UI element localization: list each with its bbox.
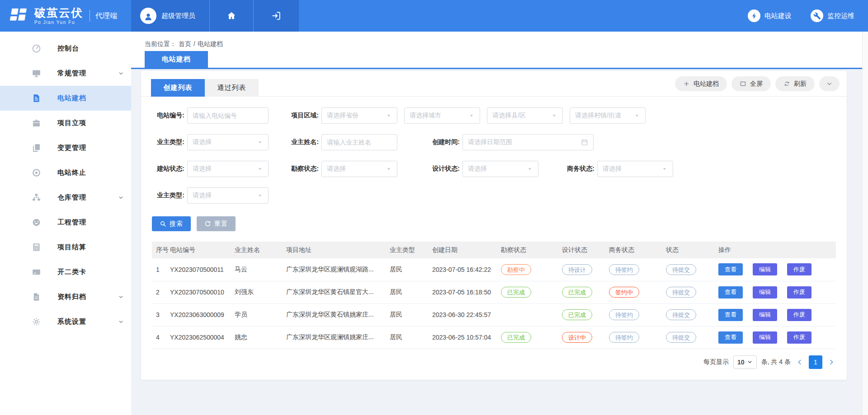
survey-status-select[interactable]: 请选择 — [321, 161, 397, 177]
sidebar-item-project-initiation[interactable]: 项目立项 — [0, 111, 131, 135]
page-tab[interactable]: 电站建档 — [145, 51, 208, 68]
sidebar-item-label: 项目立项 — [57, 119, 86, 127]
user-strip: 超级管理员 — [131, 0, 299, 32]
column-header: 业主类型 — [390, 242, 432, 258]
tab-passed-list[interactable]: 通过列表 — [205, 79, 259, 97]
prev-page-button[interactable] — [795, 358, 804, 367]
street-select[interactable]: 请选择村镇/街道 — [570, 107, 646, 124]
design-status-select[interactable]: 请选择 — [462, 161, 538, 177]
user-name: 超级管理员 — [161, 12, 195, 20]
owner-type2-select[interactable]: 请选择 — [187, 187, 269, 204]
column-header: 商务状态 — [609, 242, 666, 258]
district-select[interactable]: 请选择县/区 — [487, 107, 563, 124]
tab-create-list[interactable]: 创建列表 — [151, 79, 205, 97]
column-header: 序号 — [152, 242, 170, 258]
filter-field-design-status: 设计状态:请选择 — [427, 161, 538, 177]
select-placeholder: 请选择城市 — [410, 112, 441, 120]
sidebar-item-project-settlement[interactable]: 项目结算 — [0, 235, 131, 260]
owner-type-select[interactable]: 请选择 — [187, 134, 269, 150]
logout-button[interactable] — [253, 0, 299, 32]
card-icon — [32, 267, 41, 277]
edit-button[interactable]: 编辑 — [753, 286, 777, 298]
business-status-badge: 待签约 — [609, 332, 639, 343]
province-select[interactable]: 请选择省份 — [321, 107, 397, 124]
page-header: 当前位置：首页/电站建档 电站建档 — [131, 32, 868, 69]
current-page-button[interactable]: 1 — [809, 355, 822, 369]
station-construction-link[interactable]: 电站建设 — [748, 9, 792, 22]
filter-field-province: 项目区域:请选择省份 — [286, 107, 397, 124]
sidebar-item-warehouse-mgmt[interactable]: 仓库管理 — [0, 185, 131, 210]
filter-field-owner-type2: 业主类型:请选择 — [152, 187, 269, 204]
filter-label: 业主类型: — [152, 138, 184, 146]
monitoring-ops-link[interactable]: 监控运维 — [811, 9, 854, 22]
edit-button[interactable]: 编辑 — [753, 309, 777, 321]
city-select[interactable]: 请选择城市 — [404, 107, 480, 124]
owner-name-input[interactable] — [321, 134, 397, 150]
select-placeholder: 请选择 — [468, 165, 487, 173]
view-button[interactable]: 查看 — [718, 309, 743, 321]
column-header: 勘察状态 — [501, 242, 562, 258]
filter-row: 业主类型:请选择 — [152, 187, 836, 204]
home-button[interactable] — [209, 0, 253, 32]
cell-owner-name: 马云 — [235, 258, 286, 281]
cell-station-no: YX2023070500011 — [170, 258, 235, 281]
reset-button[interactable]: 重置 — [197, 216, 236, 231]
sidebar-item-second-class-card[interactable]: 开二类卡 — [0, 260, 131, 284]
refresh-button[interactable]: 刷新 — [775, 76, 815, 91]
business-status-select[interactable]: 请选择 — [597, 161, 673, 177]
cell-seq: 4 — [152, 326, 170, 349]
filter-field-station-no: 电站编号: — [152, 107, 269, 124]
scrollbar[interactable] — [862, 32, 868, 415]
select-placeholder: 请选择省份 — [327, 112, 359, 120]
sidebar-item-general-mgmt[interactable]: 常规管理 — [0, 61, 131, 86]
more-button[interactable] — [819, 76, 840, 91]
sidebar-item-console[interactable]: 控制台 — [0, 36, 131, 61]
pagination: 每页显示 10 条, 共 4 条 1 — [152, 355, 836, 379]
filter-field-created-time: 创建时间:请选择日期范围 — [427, 134, 594, 150]
created-time-date-input[interactable]: 请选择日期范围 — [462, 134, 594, 150]
calculator-icon — [32, 242, 41, 252]
build-status-select[interactable]: 请选择 — [187, 161, 269, 177]
view-button[interactable]: 查看 — [718, 263, 743, 275]
sidebar-item-label: 开二类卡 — [57, 268, 86, 276]
cell-owner-type: 居民 — [390, 258, 432, 281]
filter-row: 业主类型:请选择业主姓名:创建时间:请选择日期范围 — [152, 134, 836, 150]
caret-down-icon — [468, 112, 475, 119]
cell-owner-name: 学员 — [235, 303, 286, 326]
app-logo: 破茧云伏 Po Jian Yun Fu 代理端 — [0, 0, 131, 32]
sidebar-item-data-archive[interactable]: 资料归档 — [0, 284, 131, 309]
edit-button[interactable]: 编辑 — [753, 331, 777, 344]
void-button[interactable]: 作废 — [787, 309, 811, 321]
fullscreen-button[interactable]: 全屏 — [731, 76, 771, 91]
view-button[interactable]: 查看 — [718, 286, 743, 298]
sidebar-item-engineering-mgmt[interactable]: 工程管理 — [0, 210, 131, 235]
per-page-select[interactable]: 10 — [733, 355, 757, 369]
next-page-button[interactable] — [827, 358, 836, 367]
submit-status-badge: 待提交 — [666, 332, 696, 343]
sidebar-item-change-mgmt[interactable]: 变更管理 — [0, 135, 131, 160]
view-button[interactable]: 查看 — [718, 331, 743, 344]
sidebar-item-system-settings[interactable]: 系统设置 — [0, 309, 131, 334]
void-button[interactable]: 作废 — [787, 263, 811, 275]
user-menu[interactable]: 超级管理员 — [131, 0, 209, 32]
sidebar-item-label: 工程管理 — [57, 218, 86, 227]
divider — [90, 10, 90, 22]
void-button[interactable]: 作废 — [787, 331, 811, 344]
submit-status-cell: 待提交 — [666, 303, 718, 326]
filter-label: 业主姓名: — [286, 138, 319, 146]
survey-status-cell — [501, 303, 562, 326]
station-no-input[interactable] — [187, 107, 269, 124]
quick-link-label: 监控运维 — [827, 12, 854, 20]
sidebar-item-station-archive[interactable]: 电站建档 — [0, 86, 131, 111]
filter-field-owner-name: 业主姓名: — [286, 134, 397, 150]
list-tabs: 创建列表 通过列表 — [151, 79, 259, 97]
filter-label: 电站编号: — [152, 112, 184, 120]
breadcrumb: 当前位置：首页/电站建档 — [145, 40, 225, 48]
edit-button[interactable]: 编辑 — [753, 263, 777, 275]
search-button[interactable]: 搜索 — [152, 216, 191, 231]
breadcrumb-home[interactable]: 首页 — [179, 40, 191, 47]
sidebar-item-station-termination[interactable]: 电站终止 — [0, 160, 131, 185]
void-button[interactable]: 作废 — [787, 286, 811, 298]
cell-address: 广东深圳龙华区观澜镇观湖路... — [286, 258, 390, 281]
create-station-button[interactable]: 电站建档 — [675, 76, 727, 91]
